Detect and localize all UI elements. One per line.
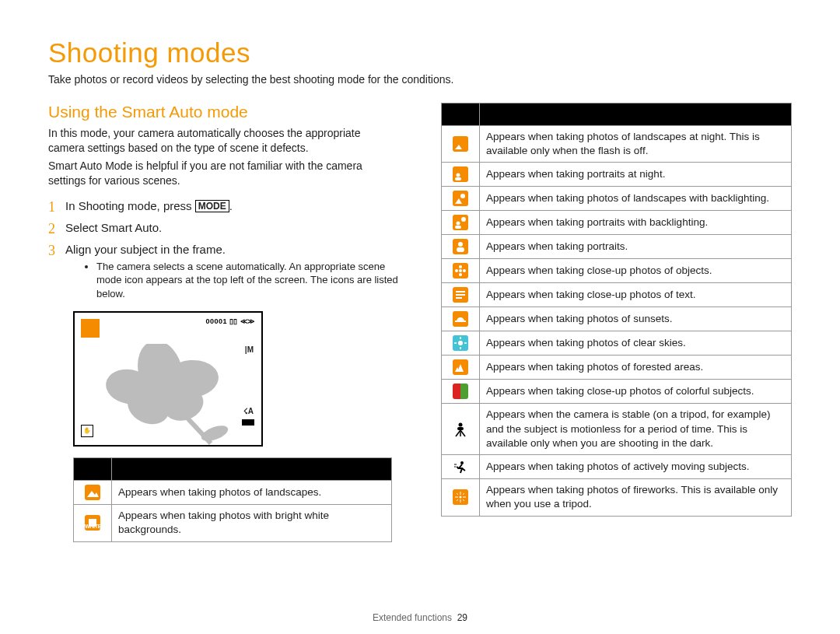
screen-top-status: 00001 ▯▯ ≪≫ — [205, 317, 255, 325]
table-row: Appears when taking photos of actively m… — [442, 455, 792, 479]
table-row: Appears when taking photos of sunsets. — [442, 307, 792, 331]
table-row: Appears when taking photos of landscapes… — [442, 126, 792, 163]
section-para-2: Smart Auto Mode is helpful if you are no… — [48, 159, 399, 188]
table-row: Appears when taking close-up photos of o… — [442, 259, 792, 283]
night-portrait-icon — [453, 166, 468, 182]
page-footer: Extended functions 29 — [0, 612, 840, 623]
icon-description: Appears when taking close-up photos of c… — [480, 380, 792, 404]
table-row: Appears when taking photos of forested a… — [442, 356, 792, 380]
icon-description: Appears when taking portraits. — [480, 235, 792, 259]
table-row: Appears when taking photos of fireworks.… — [442, 479, 792, 516]
action-icon — [453, 459, 468, 475]
screen-right-status-2: ☇A — [243, 407, 254, 415]
night-landscape-icon — [453, 136, 468, 152]
macro-object-icon — [453, 263, 468, 278]
step-3-bullet: The camera selects a scene automatically… — [96, 260, 399, 301]
icon-description: Appears when taking photos of landscapes… — [480, 187, 792, 211]
svg-point-49 — [199, 423, 229, 444]
icon-description: Appears when taking photos with bright w… — [112, 505, 392, 541]
tripod-icon — [453, 422, 468, 437]
table-row: Appears when taking close-up photos of t… — [442, 283, 792, 307]
icon-description: Appears when taking portraits at night. — [480, 163, 792, 187]
macro-color-icon — [453, 384, 468, 399]
table-row: Appears when taking portraits at night. — [442, 163, 792, 187]
table-row: Appears when taking close-up photos of c… — [442, 380, 792, 404]
icon-description: Appears when taking photos of landscapes… — [112, 481, 392, 505]
section-heading: Using the Smart Auto mode — [48, 103, 399, 121]
icon-description: Appears when taking photos of actively m… — [480, 455, 792, 479]
table-row: Appears when taking photos of landscapes… — [442, 187, 792, 211]
footer-page-number: 29 — [457, 612, 467, 623]
step-3-text: Align your subject in the frame. — [65, 243, 226, 256]
icon-description: Appears when taking photos of fireworks.… — [480, 479, 792, 516]
page-title: Shooting modes — [48, 37, 792, 68]
screen-right-status-1: |M — [245, 345, 254, 354]
step-1-prefix: In Shooting mode, press — [65, 199, 195, 212]
screen-bottom-left-icon: ✋ — [81, 425, 93, 437]
footer-section-label: Extended functions — [373, 612, 452, 623]
table-row: Appears when taking photos of landscapes… — [74, 481, 392, 505]
portrait-icon — [453, 239, 468, 254]
forest-icon — [453, 359, 468, 375]
white-bg-icon: WHITE — [85, 515, 100, 531]
table-row: WHITEAppears when taking photos with bri… — [74, 505, 392, 541]
icon-description: Appears when taking photos of sunsets. — [480, 307, 792, 331]
clear-sky-icon — [453, 335, 468, 351]
step-2-text: Select Smart Auto. — [65, 221, 162, 234]
page-subtitle: Take photos or record videos by selectin… — [48, 73, 792, 86]
flower-illustration — [106, 344, 238, 445]
icon-description: Appears when taking portraits with backl… — [480, 211, 792, 235]
icon-table-left: Appears when taking photos of landscapes… — [73, 457, 392, 541]
screen-right-bar-icon — [242, 419, 254, 426]
mode-button-label: MODE — [195, 200, 229, 212]
table-row: Appears when taking photos of clear skie… — [442, 331, 792, 356]
icon-table-right: Appears when taking photos of landscapes… — [441, 103, 792, 517]
fireworks-icon — [453, 489, 468, 505]
table-row: Appears when taking portraits with backl… — [442, 211, 792, 235]
icon-description: Appears when taking close-up photos of o… — [480, 259, 792, 283]
macro-text-icon — [453, 287, 468, 303]
table-row: Appears when the camera is stable (on a … — [442, 404, 792, 455]
sunset-icon — [453, 311, 468, 327]
table-row: Appears when taking portraits. — [442, 235, 792, 259]
icon-description: Appears when taking photos of forested a… — [480, 356, 792, 380]
icon-description: Appears when the camera is stable (on a … — [480, 404, 792, 455]
section-para-1: In this mode, your camera automatically … — [48, 126, 399, 156]
backlight-portrait-icon — [453, 215, 468, 230]
step-1-suffix: . — [229, 199, 233, 212]
backlight-landscape-icon — [453, 191, 468, 206]
scene-mode-icon — [81, 319, 100, 338]
steps-list: In Shooting mode, press MODE. Select Sma… — [48, 199, 399, 301]
landscape-icon — [85, 485, 100, 500]
icon-description: Appears when taking photos of clear skie… — [480, 331, 792, 356]
icon-description: Appears when taking photos of landscapes… — [480, 126, 792, 163]
step-1-text: In Shooting mode, press MODE. — [65, 199, 233, 212]
icon-description: Appears when taking close-up photos of t… — [480, 283, 792, 307]
camera-screen-figure: 00001 ▯▯ ≪≫ |M ☇A ✋ — [73, 311, 263, 447]
